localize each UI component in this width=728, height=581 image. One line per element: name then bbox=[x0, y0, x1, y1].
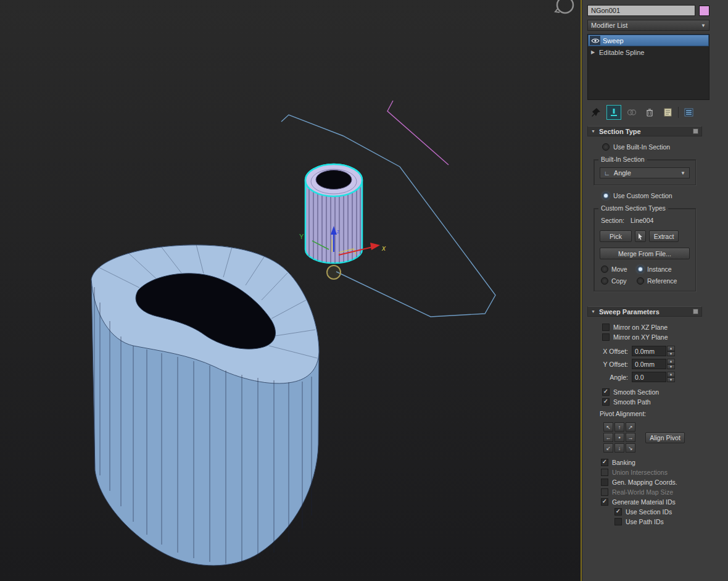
checkbox-box[interactable]: ✓ bbox=[602, 398, 610, 406]
spinner-down-icon[interactable]: ▼ bbox=[667, 364, 675, 370]
viewport-canvas[interactable]: x Y z bbox=[0, 0, 581, 581]
checkbox-generate-material-ids[interactable]: ✓ Generate Material IDs bbox=[601, 498, 702, 506]
pivot-align-top-right-button[interactable]: ↗ bbox=[626, 422, 635, 432]
radio-reference[interactable]: Reference bbox=[637, 277, 690, 285]
radio-button[interactable] bbox=[601, 265, 608, 273]
checkbox-box[interactable] bbox=[601, 479, 608, 486]
make-unique-button[interactable] bbox=[624, 105, 639, 120]
spinner-down-icon[interactable]: ▼ bbox=[667, 351, 675, 357]
checkbox-box[interactable]: ✓ bbox=[601, 459, 608, 466]
angle-spinner[interactable]: ▲ ▼ bbox=[667, 372, 675, 382]
checkbox-label: Real-World Map Size bbox=[612, 488, 673, 496]
radio-button[interactable] bbox=[637, 265, 644, 273]
radio-instance[interactable]: Instance bbox=[637, 265, 690, 273]
section-label: Section: bbox=[601, 217, 624, 224]
stack-item-sweep[interactable]: Sweep bbox=[588, 35, 709, 46]
x-offset-field[interactable]: 0.0mm bbox=[632, 346, 666, 356]
checkbox-smooth-section[interactable]: ✓ Smooth Section bbox=[602, 388, 702, 396]
pivot-align-center-button[interactable]: • bbox=[614, 433, 624, 442]
configure-modifier-sets-button[interactable] bbox=[660, 105, 675, 120]
rollout-header-sweep-parameters[interactable]: ▼ Sweep Parameters bbox=[587, 306, 702, 317]
pivot-align-top-button[interactable]: ↑ bbox=[614, 422, 624, 432]
pick-button[interactable]: Pick bbox=[600, 230, 632, 242]
radio-move[interactable]: Move bbox=[601, 265, 637, 273]
angle-value: 0.0 bbox=[635, 374, 644, 381]
align-pivot-button[interactable]: Align Pivot bbox=[645, 432, 685, 443]
extract-button[interactable]: Extract bbox=[649, 230, 679, 242]
checkbox-box[interactable] bbox=[614, 518, 622, 525]
checkbox-box[interactable]: ✓ bbox=[602, 388, 610, 396]
stack-item-editable-spline[interactable]: ▶ Editable Spline bbox=[588, 46, 709, 58]
checkbox-label: Mirror on XZ Plane bbox=[613, 324, 668, 331]
modifier-list-dropdown[interactable]: Modifier List ▼ bbox=[587, 20, 709, 31]
y-offset-spinner[interactable]: ▲ ▼ bbox=[667, 359, 675, 369]
pivot-align-bottom-right-button[interactable]: ↘ bbox=[626, 443, 635, 453]
checkbox-box[interactable]: ✓ bbox=[601, 498, 608, 506]
radio-button[interactable] bbox=[602, 143, 610, 151]
radio-use-builtin-section[interactable]: Use Built-In Section bbox=[602, 143, 702, 151]
checkbox-use-path-ids[interactable]: Use Path IDs bbox=[614, 517, 702, 525]
pivot-align-left-button[interactable]: ← bbox=[603, 433, 613, 442]
checkbox-banking[interactable]: ✓ Banking bbox=[601, 458, 702, 466]
rollout-grip[interactable] bbox=[693, 128, 698, 134]
y-offset-field[interactable]: 0.0mm bbox=[632, 359, 666, 369]
spinner-up-icon[interactable]: ▲ bbox=[667, 346, 675, 351]
check-icon: ✓ bbox=[616, 508, 621, 514]
merge-from-file-button[interactable]: Merge From File... bbox=[600, 248, 690, 259]
checkbox-box[interactable] bbox=[602, 324, 610, 331]
radio-button[interactable] bbox=[602, 192, 610, 199]
checkbox-box[interactable]: ✓ bbox=[614, 508, 622, 516]
angle-row: Angle: 0.0 ▲ ▼ bbox=[587, 372, 702, 382]
checkbox-mirror-xy[interactable]: Mirror on XY Plane bbox=[602, 333, 702, 341]
angle-field[interactable]: 0.0 bbox=[632, 372, 666, 382]
checkbox-smooth-path[interactable]: ✓ Smooth Path bbox=[602, 398, 702, 406]
spinner-up-icon[interactable]: ▲ bbox=[667, 359, 675, 364]
expand-arrow-icon[interactable]: ▶ bbox=[589, 49, 597, 55]
y-offset-value: 0.0mm bbox=[635, 361, 655, 368]
checkbox-mirror-xz[interactable]: Mirror on XZ Plane bbox=[602, 323, 702, 331]
path-start-vertex[interactable] bbox=[327, 265, 341, 279]
radio-label: Use Custom Section bbox=[613, 192, 672, 199]
rollout-grip[interactable] bbox=[693, 309, 698, 314]
object-color-swatch[interactable] bbox=[699, 6, 709, 16]
stack-toolbar bbox=[587, 104, 711, 120]
checkbox-box[interactable] bbox=[602, 333, 610, 341]
radio-copy[interactable]: Copy bbox=[601, 277, 637, 285]
checkbox-real-world-map-size: Real-World Map Size bbox=[601, 488, 702, 496]
checkbox-label: Union Intersections bbox=[612, 469, 668, 476]
checkbox-label: Use Path IDs bbox=[626, 518, 664, 525]
spinner-up-icon[interactable]: ▲ bbox=[667, 372, 675, 377]
show-end-result-button[interactable] bbox=[606, 105, 621, 120]
x-offset-spinner[interactable]: ▲ ▼ bbox=[667, 346, 675, 356]
checkbox-label: Use Section IDs bbox=[626, 508, 672, 516]
toolbar-separator bbox=[678, 107, 679, 118]
modifier-sets-list-button[interactable] bbox=[682, 105, 697, 120]
checkbox-gen-mapping-coords[interactable]: Gen. Mapping Coords. bbox=[601, 478, 702, 486]
spinner-down-icon[interactable]: ▼ bbox=[667, 377, 675, 383]
object-name-field[interactable] bbox=[587, 5, 695, 16]
remove-modifier-button[interactable] bbox=[642, 105, 657, 120]
radio-label: Use Built-In Section bbox=[613, 143, 670, 151]
pivot-align-right-button[interactable]: → bbox=[626, 433, 635, 442]
modifier-stack[interactable]: Sweep ▶ Editable Spline bbox=[587, 34, 709, 100]
check-icon: ✓ bbox=[603, 398, 608, 404]
pivot-align-bottom-left-button[interactable]: ↙ bbox=[603, 443, 613, 453]
pivot-align-bottom-button[interactable]: ↓ bbox=[614, 443, 624, 453]
radio-label: Reference bbox=[647, 277, 677, 285]
radio-use-custom-section[interactable]: Use Custom Section bbox=[602, 191, 702, 200]
pivot-align-top-left-button[interactable]: ↖ bbox=[603, 422, 613, 432]
radio-button[interactable] bbox=[637, 277, 644, 285]
viewport-3d[interactable]: x Y z bbox=[0, 0, 582, 581]
builtin-section-dropdown[interactable]: ∟ Angle ▼ bbox=[600, 167, 690, 178]
checkbox-use-section-ids[interactable]: ✓ Use Section IDs bbox=[614, 508, 702, 516]
rollout-header-section-type[interactable]: ▼ Section Type bbox=[587, 126, 702, 136]
swept-mesh-object[interactable] bbox=[91, 245, 319, 566]
pick-by-name-button[interactable] bbox=[635, 230, 646, 242]
checkbox-label: Banking bbox=[612, 459, 635, 466]
visibility-eye-icon[interactable] bbox=[590, 36, 600, 45]
group-builtin-section: Built-In Section ∟ Angle ▼ bbox=[594, 159, 696, 185]
axis-z-label: z bbox=[337, 228, 340, 235]
pin-stack-button[interactable] bbox=[589, 105, 603, 120]
radio-button[interactable] bbox=[601, 277, 608, 285]
check-icon: ✓ bbox=[602, 459, 607, 465]
